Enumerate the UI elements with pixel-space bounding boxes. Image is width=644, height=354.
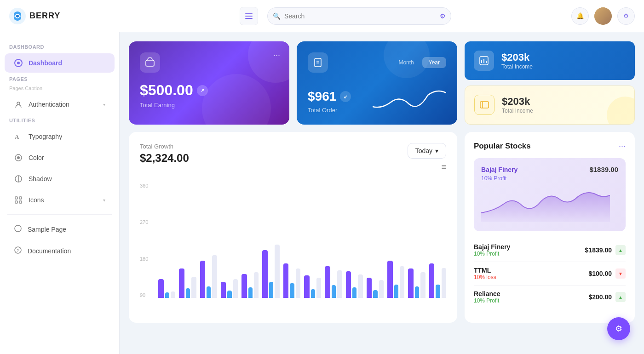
earning-label: Total Earning: [140, 102, 278, 108]
bar-purple: [242, 274, 247, 298]
sidebar-item-typography[interactable]: A Typography: [5, 127, 115, 146]
svg-point-2: [16, 15, 19, 17]
bar-blue: [186, 288, 190, 298]
stock-row: TTML 10% loss $100.00 ▼: [474, 262, 626, 285]
sample-page-label: Sample Page: [28, 226, 66, 233]
y-label-90: 90: [140, 292, 156, 298]
utilities-section-label: Utilities: [0, 115, 119, 126]
order-trend-icon: ↙: [340, 91, 351, 102]
logo-area: BERRY: [9, 8, 129, 24]
search-input[interactable]: [267, 7, 451, 25]
sidebar-item-color[interactable]: Color: [5, 148, 115, 167]
bar-light: [358, 274, 362, 298]
sidebar-item-shadow[interactable]: Shadow: [5, 169, 115, 188]
bar-light: [337, 270, 342, 298]
bar-blue: [394, 285, 398, 298]
stocks-list: Bajaj Finery 10% Profit $1839.00 ▲ TTML …: [474, 239, 626, 308]
order-card-body: $961 ↙ Total Order: [308, 80, 446, 114]
main-content: ··· $500.00 ↗ Total Earning Month Year: [120, 32, 644, 354]
stats-column: $203k Total Income $203k Total Income: [465, 41, 635, 125]
typography-icon: A: [14, 132, 23, 141]
sidebar-item-documentation[interactable]: ? Documentation: [5, 241, 115, 261]
bar-purple: [387, 261, 393, 298]
stock-row: Bajaj Finery 10% Profit $1839.00 ▲: [474, 239, 626, 262]
svg-point-18: [15, 225, 21, 232]
sample-page-icon: [14, 224, 22, 234]
stock-price: $200.00: [588, 293, 612, 301]
avatar: [594, 7, 612, 25]
bar-light: [275, 245, 279, 298]
tab-month[interactable]: Month: [392, 57, 420, 68]
documentation-label: Documentation: [28, 247, 71, 255]
authentication-icon: [14, 100, 23, 109]
order-sparkline: [373, 86, 446, 114]
today-button[interactable]: Today ▾: [408, 143, 446, 159]
icons-label: Icons: [29, 196, 44, 204]
icons-chevron: ▾: [103, 198, 105, 203]
order-card-icon: [308, 52, 328, 73]
stock-trend-icon: ▲: [615, 292, 626, 302]
svg-rect-17: [19, 201, 22, 203]
stocks-header: Popular Stocks ···: [474, 141, 626, 151]
bar-purple: [367, 278, 372, 298]
sidebar-item-dashboard[interactable]: Dashboard: [5, 53, 115, 73]
sidebar: Dashboard Dashboard Pages Pages Caption …: [0, 32, 120, 354]
hamburger-icon: [245, 13, 253, 19]
sidebar-item-icons[interactable]: Icons ▾: [5, 190, 115, 210]
svg-point-11: [17, 156, 20, 159]
y-label-270: 270: [140, 219, 156, 225]
documentation-icon: ?: [14, 246, 22, 256]
bar-group: [179, 268, 196, 298]
header-right: 🔔 ⚙: [571, 7, 635, 25]
stat-text-yellow: $203k Total Income: [502, 96, 533, 114]
bar-light: [296, 268, 300, 298]
bar-light: [316, 278, 321, 298]
fab-button[interactable]: ⚙: [607, 317, 630, 340]
order-left: $961 ↙ Total Order: [308, 80, 351, 114]
stock-trend-icon: ▲: [615, 245, 626, 255]
stat-icon-yellow: [474, 95, 494, 115]
sidebar-item-sample-page[interactable]: Sample Page: [5, 219, 115, 239]
stock-profit-label: 10% Profit: [474, 297, 500, 304]
filter-icon[interactable]: ⚙: [440, 12, 446, 20]
shadow-icon: [14, 174, 23, 183]
notification-button[interactable]: 🔔: [571, 7, 589, 25]
stat-amount-blue: $203k: [501, 51, 533, 63]
bar-light: [442, 268, 446, 298]
stock-info: TTML 10% loss: [474, 267, 496, 280]
earning-card-menu[interactable]: ···: [273, 51, 280, 60]
stocks-menu-icon[interactable]: ···: [619, 141, 626, 151]
earning-amount: $500.00 ↗: [140, 82, 278, 99]
card-earning: ··· $500.00 ↗ Total Earning: [129, 41, 289, 125]
authentication-label: Authentication: [29, 101, 69, 108]
tab-year[interactable]: Year: [422, 57, 446, 68]
bar-blue: [165, 292, 169, 298]
card-order: Month Year $961 ↙ Total Order: [297, 41, 457, 125]
bar-purple: [158, 279, 164, 298]
stock-price-group: $1839.00 ▲: [585, 245, 626, 255]
stat-card-total-income-blue: $203k Total Income: [465, 41, 635, 80]
dashboard-label: Dashboard: [29, 59, 62, 67]
svg-rect-21: [146, 60, 154, 66]
bar-light: [191, 277, 196, 298]
typography-label: Typography: [29, 133, 62, 140]
bar-group: [200, 255, 217, 298]
dashboard-icon: [14, 58, 23, 68]
bar-group: [304, 275, 321, 298]
bar-group: [221, 279, 238, 298]
stat-icon-blue: [474, 51, 494, 71]
bar-blue: [415, 286, 419, 298]
bar-blue: [352, 287, 356, 298]
svg-text:?: ?: [17, 248, 19, 253]
chart-menu-icon[interactable]: ≡: [441, 162, 446, 172]
search-icon: 🔍: [273, 12, 281, 20]
settings-button[interactable]: ⚙: [617, 7, 635, 25]
sidebar-item-authentication[interactable]: Authentication ▾: [5, 95, 115, 114]
hamburger-button[interactable]: [240, 7, 258, 25]
bar-light: [254, 272, 259, 298]
bar-light: [420, 272, 425, 298]
stock-profit-label: 10% Profit: [474, 251, 510, 257]
bar-purple: [221, 282, 226, 298]
bar-group: [346, 271, 363, 298]
stat-card-total-income-yellow: $203k Total Income: [465, 86, 635, 125]
